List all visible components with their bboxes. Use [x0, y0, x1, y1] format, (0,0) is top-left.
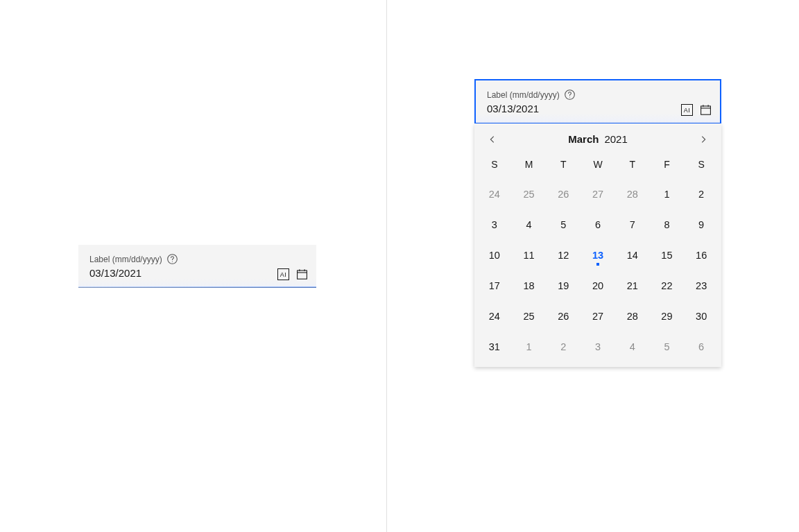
date-input-value: 03/13/2021 — [89, 267, 305, 279]
calendar-day[interactable]: 11 — [512, 241, 547, 270]
help-icon[interactable] — [564, 89, 576, 101]
svg-rect-8 — [701, 106, 711, 114]
calendar-day: 25 — [512, 180, 547, 209]
calendar-header: March2021 — [477, 126, 719, 152]
calendar-day[interactable]: 1 — [650, 180, 685, 209]
calendar-day[interactable]: 15 — [650, 241, 685, 270]
date-picker-closed: Label (mm/dd/yyyy) 03/13/2021 AI — [78, 245, 316, 288]
calendar-day[interactable]: 30 — [684, 302, 719, 331]
ai-icon[interactable]: AI — [277, 268, 289, 280]
calendar-dow: S — [684, 152, 719, 178]
calendar-day[interactable]: 3 — [477, 210, 512, 239]
calendar-day[interactable]: 9 — [684, 210, 719, 239]
calendar-day: 3 — [581, 332, 615, 361]
calendar-day[interactable]: 19 — [546, 271, 581, 300]
date-input-field-focused[interactable]: Label (mm/dd/yyyy) 03/13/2021 AI — [474, 79, 721, 124]
calendar-title: March2021 — [568, 133, 628, 145]
layout-divider — [386, 0, 387, 532]
calendar-day: 6 — [684, 332, 719, 361]
calendar-day: 26 — [546, 180, 581, 209]
svg-rect-2 — [298, 271, 307, 279]
ai-icon[interactable]: AI — [681, 104, 693, 116]
calendar-month: March — [568, 133, 599, 145]
prev-month-button[interactable] — [481, 128, 504, 151]
calendar-day-selected[interactable]: 13 — [581, 241, 615, 270]
calendar-dow: S — [477, 152, 512, 178]
calendar-day[interactable]: 24 — [477, 302, 512, 331]
calendar-dow: M — [512, 152, 547, 178]
calendar-day[interactable]: 31 — [477, 332, 512, 361]
date-input-label-row: Label (mm/dd/yyyy) — [487, 89, 709, 101]
date-input-label: Label (mm/dd/yyyy) — [487, 90, 560, 100]
calendar-popup: March2021 SMTWTFS24252627281234567891011… — [474, 123, 721, 367]
calendar-day[interactable]: 28 — [615, 302, 650, 331]
calendar-day: 2 — [546, 332, 581, 361]
calendar-icon[interactable] — [296, 268, 308, 280]
calendar-dow: F — [650, 152, 685, 178]
calendar-day[interactable]: 26 — [546, 302, 581, 331]
calendar-day[interactable]: 25 — [512, 302, 547, 331]
calendar-day[interactable]: 20 — [581, 271, 615, 300]
calendar-dow: W — [581, 152, 615, 178]
calendar-day[interactable]: 21 — [615, 271, 650, 300]
calendar-grid: SMTWTFS242526272812345678910111213141516… — [477, 152, 719, 361]
calendar-day[interactable]: 18 — [512, 271, 547, 300]
date-input-label-row: Label (mm/dd/yyyy) — [89, 253, 305, 265]
calendar-day: 28 — [615, 180, 650, 209]
calendar-day[interactable]: 16 — [684, 241, 719, 270]
calendar-day[interactable]: 5 — [546, 210, 581, 239]
calendar-day[interactable]: 23 — [684, 271, 719, 300]
calendar-day[interactable]: 2 — [684, 180, 719, 209]
svg-point-7 — [569, 96, 570, 97]
date-input-value: 03/13/2021 — [487, 103, 709, 114]
date-input-label: Label (mm/dd/yyyy) — [89, 255, 162, 264]
calendar-dow: T — [546, 152, 581, 178]
date-picker-open: Label (mm/dd/yyyy) 03/13/2021 AI — [474, 79, 721, 367]
calendar-day[interactable]: 8 — [650, 210, 685, 239]
calendar-day[interactable]: 10 — [477, 241, 512, 270]
calendar-day[interactable]: 12 — [546, 241, 581, 270]
calendar-day: 5 — [650, 332, 685, 361]
calendar-year: 2021 — [604, 133, 627, 145]
calendar-day: 24 — [477, 180, 512, 209]
calendar-day[interactable]: 29 — [650, 302, 685, 331]
next-month-button[interactable] — [692, 128, 714, 151]
svg-point-1 — [172, 261, 173, 261]
calendar-day: 1 — [512, 332, 547, 361]
calendar-day: 4 — [615, 332, 650, 361]
calendar-dow: T — [615, 152, 650, 178]
calendar-day[interactable]: 6 — [581, 210, 615, 239]
calendar-icon[interactable] — [700, 104, 712, 116]
calendar-day[interactable]: 7 — [615, 210, 650, 239]
calendar-day[interactable]: 4 — [512, 210, 547, 239]
calendar-day[interactable]: 22 — [650, 271, 685, 300]
calendar-day[interactable]: 17 — [477, 271, 512, 300]
date-input-field[interactable]: Label (mm/dd/yyyy) 03/13/2021 AI — [78, 245, 316, 288]
calendar-day[interactable]: 14 — [615, 241, 650, 270]
help-icon[interactable] — [166, 253, 178, 265]
calendar-day: 27 — [581, 180, 615, 209]
calendar-day[interactable]: 27 — [581, 302, 615, 331]
